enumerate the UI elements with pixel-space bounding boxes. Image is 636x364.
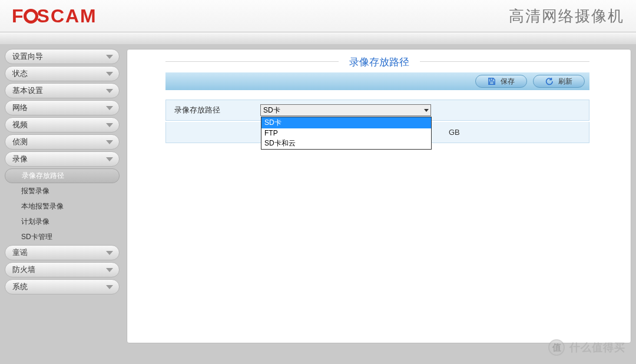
sidebar-category[interactable]: 网络 [5, 100, 120, 115]
app-header: FSCAM 高清网络摄像机 [0, 0, 636, 32]
sidebar-subitem[interactable]: 报警录像 [5, 184, 120, 198]
refresh-icon [545, 77, 554, 85]
watermark-text: 什么值得买 [569, 340, 625, 355]
path-select[interactable]: SD卡 SD卡FTPSD卡和云 [260, 104, 431, 116]
page-title: 录像存放路径 [127, 49, 631, 72]
sidebar-category[interactable]: 视频 [5, 117, 120, 133]
sidebar-category-label: 基本设置 [12, 85, 43, 96]
brand-logo: FSCAM [12, 5, 97, 27]
sidebar-category-label: 防火墙 [12, 264, 35, 275]
sidebar-category[interactable]: 基本设置 [5, 83, 120, 98]
sidebar-category-label: 侦测 [12, 137, 28, 147]
header-title: 高清网络摄像机 [509, 6, 624, 27]
form-row-path: 录像存放路径 SD卡 SD卡FTPSD卡和云 [165, 100, 589, 121]
dropdown-option[interactable]: SD卡和云 [261, 138, 431, 149]
content-panel: 录像存放路径 保存 刷新 录像存放路径 SD卡 SD卡FTPSD卡和云 [127, 49, 631, 343]
chevron-down-icon [106, 89, 113, 93]
path-dropdown: SD卡FTPSD卡和云 [261, 117, 432, 150]
sidebar: 设置向导状态基本设置网络视频侦测录像录像存放路径报警录像本地报警录像计划录像SD… [5, 49, 120, 343]
sidebar-category-label: 网络 [12, 102, 28, 113]
refresh-label: 刷新 [558, 77, 572, 87]
chevron-down-icon [106, 285, 113, 289]
path-label: 录像存放路径 [166, 105, 260, 115]
sidebar-category[interactable]: 设置向导 [5, 49, 120, 64]
sidebar-category[interactable]: 状态 [5, 66, 120, 81]
sidebar-subitem[interactable]: 录像存放路径 [5, 168, 120, 183]
chevron-down-icon [106, 72, 113, 76]
sidebar-category-label: 童谣 [12, 247, 28, 258]
form-area: 录像存放路径 SD卡 SD卡FTPSD卡和云 GB [165, 100, 589, 143]
chevron-down-icon [424, 109, 429, 112]
chevron-down-icon [106, 106, 113, 110]
sidebar-category-label: 设置向导 [12, 51, 43, 62]
sidebar-category-label: 视频 [12, 120, 28, 130]
header-separator [0, 32, 636, 44]
watermark: 值 什么值得买 [548, 339, 625, 356]
sidebar-category[interactable]: 防火墙 [5, 262, 120, 277]
save-button[interactable]: 保存 [475, 75, 527, 88]
chevron-down-icon [106, 251, 113, 255]
sidebar-subitem[interactable]: SD卡管理 [5, 230, 120, 244]
dropdown-option[interactable]: FTP [261, 128, 431, 138]
sidebar-subitem[interactable]: 本地报警录像 [5, 199, 120, 214]
chevron-down-icon [106, 140, 113, 144]
extra-suffix: GB [449, 128, 460, 137]
sidebar-category-label: 状态 [12, 68, 28, 79]
chevron-down-icon [106, 268, 113, 272]
refresh-button[interactable]: 刷新 [533, 75, 585, 88]
sidebar-category[interactable]: 系统 [5, 279, 120, 294]
sidebar-subitem[interactable]: 计划录像 [5, 214, 120, 229]
chevron-down-icon [106, 123, 113, 127]
chevron-down-icon [106, 157, 113, 161]
toolbar: 保存 刷新 [165, 72, 589, 90]
watermark-icon: 值 [548, 339, 565, 356]
chevron-down-icon [106, 55, 113, 59]
save-icon [488, 77, 496, 85]
save-label: 保存 [501, 77, 515, 87]
sidebar-category[interactable]: 童谣 [5, 245, 120, 260]
sidebar-category-label: 系统 [12, 282, 28, 292]
sidebar-category[interactable]: 侦测 [5, 134, 120, 150]
path-select-value: SD卡 [263, 105, 280, 115]
sidebar-category[interactable]: 录像 [5, 151, 120, 167]
dropdown-option[interactable]: SD卡 [261, 117, 431, 128]
sidebar-category-label: 录像 [12, 154, 28, 164]
